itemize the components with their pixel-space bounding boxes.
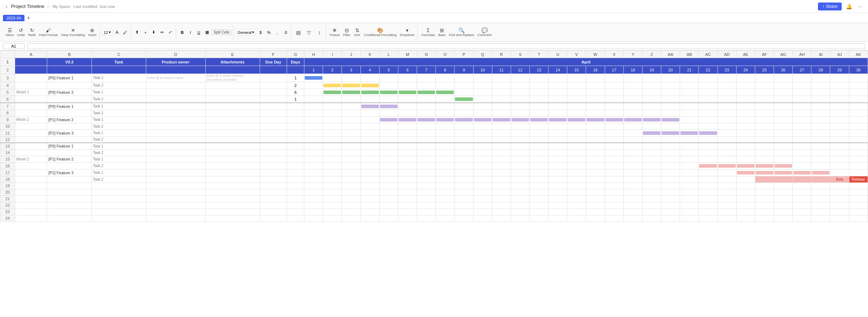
gantt-day-11[interactable] <box>492 129 511 136</box>
clear-formatting-button[interactable]: ✕ Clear Formatting <box>59 26 86 39</box>
gantt-day-13[interactable] <box>529 176 548 182</box>
feature-cell[interactable] <box>47 110 92 116</box>
gantt-day-9[interactable] <box>455 123 473 129</box>
gantt-day-5[interactable] <box>379 123 398 129</box>
gantt-day-11[interactable] <box>492 116 511 123</box>
empty-cell[interactable] <box>379 215 398 221</box>
gantt-day-3[interactable] <box>342 149 361 156</box>
gantt-day-18[interactable] <box>623 169 642 176</box>
day-col-28[interactable]: 28 <box>811 66 830 74</box>
owner-cell[interactable] <box>146 169 205 176</box>
feature-cell[interactable] <box>47 136 92 143</box>
gantt-day-22[interactable] <box>699 89 717 96</box>
gantt-day-14[interactable] <box>549 89 567 96</box>
gantt-day-23[interactable] <box>717 156 736 162</box>
add-tab-button[interactable]: + <box>25 15 31 21</box>
gantt-day-13[interactable] <box>529 103 548 110</box>
col-header-I[interactable]: I <box>323 51 342 58</box>
gantt-day-4[interactable] <box>361 143 379 149</box>
gantt-day-7[interactable] <box>417 143 436 149</box>
gantt-day-7[interactable] <box>417 96 436 103</box>
gantt-day-21[interactable] <box>680 89 699 96</box>
empty-cell[interactable] <box>511 189 529 195</box>
gantt-day-21[interactable] <box>680 110 699 116</box>
gantt-day-24[interactable] <box>736 156 755 162</box>
empty-cell[interactable] <box>642 189 661 195</box>
gantt-day-22[interactable] <box>699 96 717 103</box>
col-header-AG[interactable]: AG <box>774 51 793 58</box>
empty-cell[interactable] <box>774 189 793 195</box>
attach-cell[interactable] <box>205 176 260 182</box>
empty-cell[interactable] <box>830 215 849 221</box>
gantt-day-8[interactable] <box>436 110 455 116</box>
days-cell[interactable] <box>287 176 304 182</box>
empty-cell[interactable] <box>398 202 417 208</box>
owner-cell[interactable] <box>146 162 205 169</box>
gantt-day-16[interactable] <box>586 116 605 123</box>
gantt-day-6[interactable] <box>398 169 417 176</box>
gantt-day-17[interactable] <box>605 74 623 82</box>
gantt-day-17[interactable] <box>605 176 623 182</box>
col-header-Y[interactable]: Y <box>623 51 642 58</box>
empty-cell[interactable] <box>699 189 717 195</box>
empty-cell[interactable] <box>205 208 260 215</box>
empty-cell[interactable] <box>361 215 379 221</box>
formula-bar-input[interactable] <box>27 43 865 49</box>
col-header-Q[interactable]: Q <box>473 51 492 58</box>
col-header-AC[interactable]: AC <box>699 51 717 58</box>
model-cell[interactable] <box>15 110 47 116</box>
gantt-day-10[interactable] <box>473 96 492 103</box>
gantt-day-24[interactable] <box>736 89 755 96</box>
gantt-day-28[interactable] <box>811 162 830 169</box>
days-cell[interactable]: 1 <box>287 74 304 82</box>
empty-cell[interactable] <box>436 195 455 202</box>
header2-e[interactable] <box>205 66 260 74</box>
gantt-day-18[interactable] <box>623 89 642 96</box>
due-day-cell[interactable] <box>260 82 287 89</box>
empty-cell[interactable] <box>436 208 455 215</box>
gantt-day-4[interactable] <box>361 162 379 169</box>
gantt-day-9[interactable] <box>455 74 473 82</box>
gantt-day-13[interactable] <box>529 74 548 82</box>
gantt-day-11[interactable] <box>492 96 511 103</box>
gantt-day-15[interactable] <box>567 162 586 169</box>
gantt-day-15[interactable] <box>567 123 586 129</box>
gantt-day-25[interactable] <box>755 89 774 96</box>
gantt-day-3[interactable] <box>342 103 361 110</box>
header-a1[interactable] <box>15 58 47 66</box>
model-cell[interactable] <box>15 149 47 156</box>
empty-cell[interactable] <box>717 202 736 208</box>
gantt-day-15[interactable] <box>567 169 586 176</box>
empty-cell[interactable] <box>342 195 361 202</box>
gantt-day-11[interactable] <box>492 149 511 156</box>
gantt-day-19[interactable] <box>642 149 661 156</box>
gantt-day-21[interactable] <box>680 162 699 169</box>
gantt-day-7[interactable] <box>417 89 436 96</box>
gantt-day-27[interactable] <box>793 129 811 136</box>
gantt-day-13[interactable] <box>529 110 548 116</box>
gantt-day-16[interactable] <box>586 129 605 136</box>
gantt-day-25[interactable] <box>755 149 774 156</box>
empty-cell[interactable] <box>529 215 548 221</box>
gantt-day-28[interactable] <box>811 103 830 110</box>
owner-cell[interactable] <box>146 143 205 149</box>
col-header-E[interactable]: E <box>205 51 260 58</box>
gantt-day-13[interactable] <box>529 82 548 89</box>
gantt-day-2[interactable] <box>323 176 342 182</box>
gantt-day-28[interactable] <box>811 116 830 123</box>
gantt-day-24[interactable] <box>736 136 755 143</box>
owner-cell[interactable] <box>146 149 205 156</box>
gantt-day-8[interactable] <box>436 169 455 176</box>
empty-cell[interactable] <box>342 215 361 221</box>
empty-cell[interactable] <box>529 208 548 215</box>
gantt-day-8[interactable] <box>436 162 455 169</box>
empty-cell[interactable] <box>755 208 774 215</box>
gantt-day-25[interactable] <box>755 129 774 136</box>
gantt-day-9[interactable] <box>455 89 473 96</box>
gantt-day-29[interactable] <box>830 74 849 82</box>
gantt-day-2[interactable] <box>323 143 342 149</box>
gantt-day-17[interactable] <box>605 156 623 162</box>
empty-cell[interactable] <box>717 189 736 195</box>
gantt-day-7[interactable] <box>417 156 436 162</box>
empty-cell[interactable] <box>205 202 260 208</box>
